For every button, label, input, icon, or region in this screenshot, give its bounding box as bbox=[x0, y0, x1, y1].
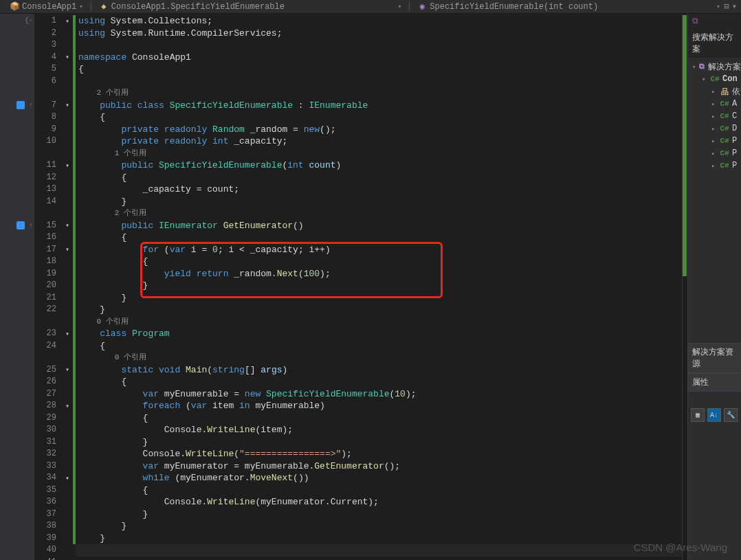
properties-panel-title[interactable]: 属性 bbox=[688, 373, 741, 392]
breadcrumb-separator: │ bbox=[406, 2, 413, 12]
categorize-button[interactable]: ▦ bbox=[691, 408, 705, 422]
csharp-file-icon: C# bbox=[720, 161, 729, 170]
breakpoint-hint-icon[interactable] bbox=[16, 101, 25, 109]
split-editor-icon[interactable]: ⊟ bbox=[725, 1, 729, 12]
solution-tree[interactable]: ▾ ⧉ 解决方案 ▾ C# Con ▸品依▸C#A▸C#C▸C#D▸C#P▸C#… bbox=[688, 58, 741, 175]
codelens-references[interactable]: 0 个引用 bbox=[115, 353, 146, 361]
breadcrumb-class[interactable]: ◆ ConsoleApp1.SpecificYieldEnumerable ▾ bbox=[95, 2, 406, 12]
csharp-file-icon: C# bbox=[720, 149, 729, 157]
minimap-scrollbar[interactable] bbox=[682, 14, 687, 560]
solution-icon: ⧉ bbox=[698, 63, 705, 71]
chevron-right-icon: ▸ bbox=[711, 162, 717, 170]
properties-panel: ▦ A↓ 🔧 bbox=[688, 392, 741, 560]
tree-item[interactable]: ▸品依 bbox=[688, 85, 741, 98]
breakpoint-hint-icon[interactable] bbox=[16, 221, 25, 229]
alphabetical-button[interactable]: A↓ bbox=[707, 408, 721, 422]
csharp-project-icon: 📦 bbox=[10, 2, 19, 12]
code-editor[interactable]: {▫ ↑ ↑ 123456789101112131415161718192021… bbox=[0, 14, 687, 560]
breadcrumb: 📦 ConsoleApp1 ▾ │ ◆ ConsoleApp1.Specific… bbox=[0, 0, 741, 14]
outline-icon[interactable]: {▫ bbox=[25, 17, 33, 25]
chevron-down-icon: ▾ bbox=[702, 76, 707, 83]
breadcrumb-member[interactable]: ◉ SpecificYieldEnumerable(int count) ▾ bbox=[413, 2, 724, 12]
chevron-right-icon: ▸ bbox=[711, 100, 717, 108]
breadcrumb-separator: │ bbox=[87, 2, 95, 12]
codelens-references[interactable]: 2 个引用 bbox=[96, 89, 128, 97]
tree-item[interactable]: ▸C#P bbox=[688, 135, 741, 147]
solution-explorer-toolbar: ⧉ bbox=[688, 14, 741, 29]
chevron-down-icon: ▾ bbox=[79, 3, 82, 10]
vs-icon: ⧉ bbox=[692, 16, 698, 26]
tree-item[interactable]: ▸C#D bbox=[688, 122, 741, 135]
property-pages-button[interactable]: 🔧 bbox=[724, 408, 738, 422]
tree-item[interactable]: ▸C#A bbox=[688, 98, 741, 110]
solution-explorer-panel: ⧉ 搜索解决方案 ▾ ⧉ 解决方案 ▾ C# Con ▸品依▸C#A▸C#C▸C… bbox=[687, 14, 741, 560]
csharp-file-icon: C# bbox=[720, 137, 729, 145]
chevron-down-icon: ▾ bbox=[398, 3, 401, 10]
glyph-margin: {▫ ↑ ↑ bbox=[0, 14, 34, 560]
csharp-file-icon: C# bbox=[720, 112, 729, 120]
method-icon: ◉ bbox=[417, 2, 427, 12]
search-solution[interactable]: 搜索解决方案 bbox=[688, 29, 741, 58]
tree-item[interactable]: ▸C#P bbox=[688, 147, 741, 159]
fold-column[interactable] bbox=[62, 14, 73, 560]
chevron-right-icon: ▸ bbox=[711, 113, 717, 120]
csharp-file-icon: C# bbox=[720, 100, 729, 108]
csharp-file-icon: C# bbox=[720, 124, 729, 133]
tree-item[interactable]: ▸C#P bbox=[688, 159, 741, 172]
chevron-down-icon: ▾ bbox=[692, 63, 696, 71]
codelens-references[interactable]: 1 个引用 bbox=[115, 149, 146, 157]
solution-explorer-tab[interactable]: 解决方案资源 bbox=[688, 343, 741, 373]
dependency-icon: 品 bbox=[720, 87, 729, 97]
csharp-project-icon: C# bbox=[710, 75, 720, 83]
codelens-references[interactable]: 2 个引用 bbox=[115, 209, 146, 217]
chevron-right-icon: ▸ bbox=[711, 150, 717, 157]
line-numbers: 1234567891011121314151617181920212223242… bbox=[34, 14, 62, 560]
tree-item[interactable]: ▸C#C bbox=[688, 110, 741, 122]
chevron-right-icon: ▸ bbox=[711, 125, 717, 133]
chevron-down-icon: ▾ bbox=[716, 3, 720, 10]
codelens-references[interactable]: 0 个引用 bbox=[96, 317, 128, 326]
chevron-right-icon: ▸ bbox=[711, 88, 717, 96]
chevron-right-icon: ▸ bbox=[711, 137, 717, 145]
code-area[interactable]: using System.Collections; using System.R… bbox=[76, 14, 682, 560]
more-icon[interactable]: ▾ bbox=[732, 1, 737, 12]
breadcrumb-project[interactable]: 📦 ConsoleApp1 ▾ bbox=[5, 2, 87, 12]
tree-row-solution[interactable]: ▾ ⧉ 解决方案 bbox=[688, 60, 741, 73]
class-icon: ◆ bbox=[99, 2, 109, 12]
tree-row-project[interactable]: ▾ C# Con bbox=[688, 73, 741, 85]
